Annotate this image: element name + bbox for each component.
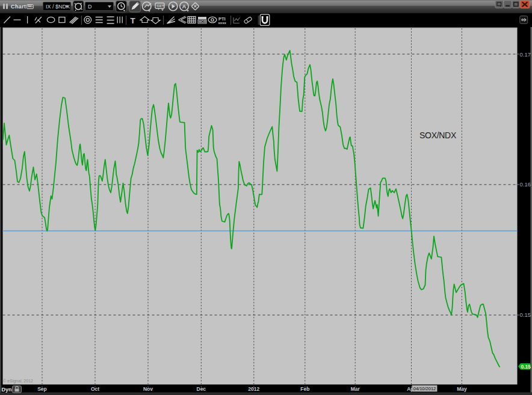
svg-text:Mar: Mar <box>351 386 360 392</box>
svg-text:Oct: Oct <box>91 386 99 392</box>
svg-text:A: A <box>182 3 187 10</box>
svg-text:Sep: Sep <box>37 386 47 392</box>
svg-text:0.16: 0.16 <box>520 181 531 188</box>
svg-text:0.15: 0.15 <box>521 364 531 370</box>
svg-text:SOX/NDX: SOX/NDX <box>419 130 457 140</box>
svg-text:0.17: 0.17 <box>520 51 531 58</box>
svg-text:xxxx: xxxx <box>218 21 227 25</box>
svg-text:Dec: Dec <box>197 386 206 392</box>
svg-text:GET: GET <box>156 4 164 8</box>
svg-text:MOB: MOB <box>199 20 206 23</box>
svg-text:Feb: Feb <box>300 386 309 392</box>
svg-text:Nov: Nov <box>143 386 153 392</box>
svg-text:Dyn: Dyn <box>2 387 12 393</box>
svg-text:May: May <box>457 386 467 392</box>
svg-text:04/10/2012: 04/10/2012 <box>413 386 436 391</box>
svg-text:T: T <box>131 16 136 25</box>
svg-text:© eSignal, 2012: © eSignal, 2012 <box>3 379 33 384</box>
svg-text:0.15: 0.15 <box>520 311 531 318</box>
svg-text:2012: 2012 <box>248 386 259 392</box>
